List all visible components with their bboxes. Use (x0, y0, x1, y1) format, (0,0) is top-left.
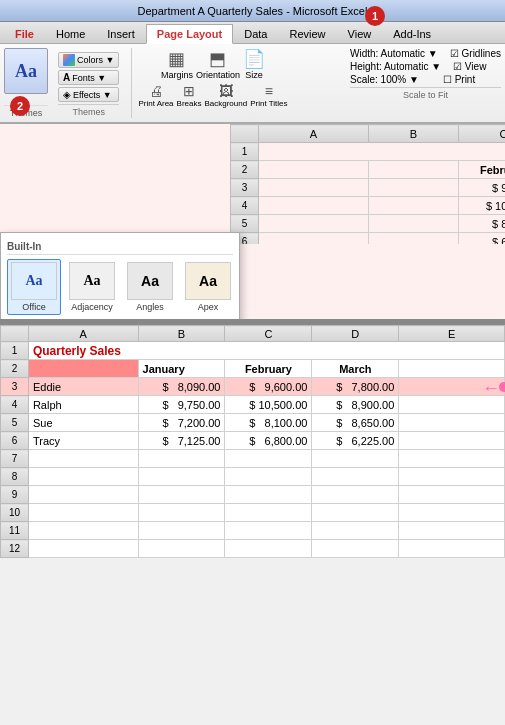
cell-c6-money[interactable]: $ 6,800.00 (225, 432, 312, 450)
cell-e9[interactable] (399, 486, 505, 504)
cell-c9[interactable] (225, 486, 312, 504)
colors-button[interactable]: Colors ▼ (58, 52, 119, 68)
cell-c4-money[interactable]: $ 10,500.00 (225, 396, 312, 414)
cell-b4-money[interactable]: $ 9,750.00 (138, 396, 225, 414)
tab-addins[interactable]: Add-Ins (382, 23, 442, 43)
cell-a5-name[interactable]: Sue (28, 414, 138, 432)
print-label: ☐ Print (443, 74, 475, 85)
row-num-8: 8 (1, 468, 29, 486)
cell-e5[interactable] (399, 414, 505, 432)
size-btn-group: 📄 Size (243, 48, 265, 80)
tab-review[interactable]: Review (278, 23, 336, 43)
cell-a1[interactable]: Quarterly Sales (28, 342, 504, 360)
cell-e11[interactable] (399, 522, 505, 540)
quarterly-sales-title: Quarterly Sales (33, 344, 121, 358)
col-c-header: C (459, 125, 506, 143)
margins-btn-group: ▦ Margins (161, 48, 193, 80)
cell-a3-name[interactable]: Eddie (28, 378, 138, 396)
cell-a8[interactable] (28, 468, 138, 486)
cell-b3-money[interactable]: $ 8,090.00 (138, 378, 225, 396)
cell-b10[interactable] (138, 504, 225, 522)
effects-icon: ◈ (63, 89, 71, 100)
background-area: A B C D E 1 2 February March 3 (0, 124, 505, 319)
cell-c7[interactable] (225, 450, 312, 468)
theme-apex-label: Apex (198, 302, 219, 312)
cell-b11[interactable] (138, 522, 225, 540)
tab-insert[interactable]: Insert (96, 23, 146, 43)
effects-button[interactable]: ◈ Effects ▼ (58, 87, 119, 102)
cell-d8[interactable] (312, 468, 399, 486)
cell-c10[interactable] (225, 504, 312, 522)
cell-b12[interactable] (138, 540, 225, 558)
cell-a11[interactable] (28, 522, 138, 540)
row-num-9: 9 (1, 486, 29, 504)
cell-b2[interactable]: January (138, 360, 225, 378)
cell-c11[interactable] (225, 522, 312, 540)
orientation-btn-group: ⬒ Orientation (196, 48, 240, 80)
title-text: Department A Quarterly Sales - Microsoft… (138, 5, 368, 17)
cell-e6[interactable] (399, 432, 505, 450)
tab-page-layout[interactable]: Page Layout (146, 24, 233, 44)
cell-e3[interactable]: ← (399, 378, 505, 396)
cell-a12[interactable] (28, 540, 138, 558)
cell-c5-money[interactable]: $ 8,100.00 (225, 414, 312, 432)
builtin-label: Built-In (7, 239, 233, 255)
cell-d10[interactable] (312, 504, 399, 522)
cell-a9[interactable] (28, 486, 138, 504)
themes-button[interactable]: Aa (4, 48, 48, 94)
cell-d3-money[interactable]: $ 7,800.00 (312, 378, 399, 396)
cell-b7[interactable] (138, 450, 225, 468)
row-num-11: 11 (1, 522, 29, 540)
print-titles-label: Print Titles (250, 99, 287, 108)
cell-c2[interactable]: February (225, 360, 312, 378)
cell-d6-money[interactable]: $ 6,225.00 (312, 432, 399, 450)
theme-apex[interactable]: Aa Apex (181, 259, 235, 315)
bg-row-6: 6 $ 6,800.00 $ 6,225.00 (231, 233, 506, 245)
cell-a6-name[interactable]: Tracy (28, 432, 138, 450)
size-label: Size (245, 70, 263, 80)
cell-b8[interactable] (138, 468, 225, 486)
theme-angles-label: Angles (136, 302, 164, 312)
cell-d5-money[interactable]: $ 8,650.00 (312, 414, 399, 432)
tab-file[interactable]: File (4, 23, 45, 43)
cell-b9[interactable] (138, 486, 225, 504)
bg-row-4: 4 $ 10,500.00 $ 8,900.00 (231, 197, 506, 215)
cell-d2[interactable]: March (312, 360, 399, 378)
theme-angles[interactable]: Aa Angles (123, 259, 177, 315)
cell-d12[interactable] (312, 540, 399, 558)
cell-e7[interactable] (399, 450, 505, 468)
cell-c8[interactable] (225, 468, 312, 486)
cell-c12[interactable] (225, 540, 312, 558)
theme-adjacency[interactable]: Aa Adjacency (65, 259, 119, 315)
tab-data[interactable]: Data (233, 23, 278, 43)
tab-view[interactable]: View (337, 23, 383, 43)
tab-home[interactable]: Home (45, 23, 96, 43)
width-label: Width: Automatic ▼ (350, 48, 438, 59)
cell-b5-money[interactable]: $ 7,200.00 (138, 414, 225, 432)
cell-d7[interactable] (312, 450, 399, 468)
cell-e2[interactable] (399, 360, 505, 378)
theme-office[interactable]: Aa Office (7, 259, 61, 315)
cell-a2[interactable] (28, 360, 138, 378)
breaks-label: Breaks (177, 99, 202, 108)
cell-b6-money[interactable]: $ 7,125.00 (138, 432, 225, 450)
cell-c3-money[interactable]: $ 9,600.00 (225, 378, 312, 396)
gridlines-label: ☑ Gridlines (450, 48, 501, 59)
cell-e10[interactable] (399, 504, 505, 522)
fonts-button[interactable]: A Fonts ▼ (58, 70, 119, 85)
ribbon-tabs: File Home Insert Page Layout Data Review… (0, 22, 505, 44)
cell-d9[interactable] (312, 486, 399, 504)
print-titles-group: ≡ Print Titles (250, 83, 287, 108)
bg-r3c2 (369, 179, 459, 197)
col-e: E (399, 326, 505, 342)
cell-a7[interactable] (28, 450, 138, 468)
cell-a4-name[interactable]: Ralph (28, 396, 138, 414)
col-d: D (312, 326, 399, 342)
row-num-1: 1 (1, 342, 29, 360)
print-area-group: 🖨 Print Area (138, 83, 173, 108)
cell-a10[interactable] (28, 504, 138, 522)
cell-e8[interactable] (399, 468, 505, 486)
cell-d11[interactable] (312, 522, 399, 540)
cell-d4-money[interactable]: $ 8,900.00 (312, 396, 399, 414)
cell-e12[interactable] (399, 540, 505, 558)
